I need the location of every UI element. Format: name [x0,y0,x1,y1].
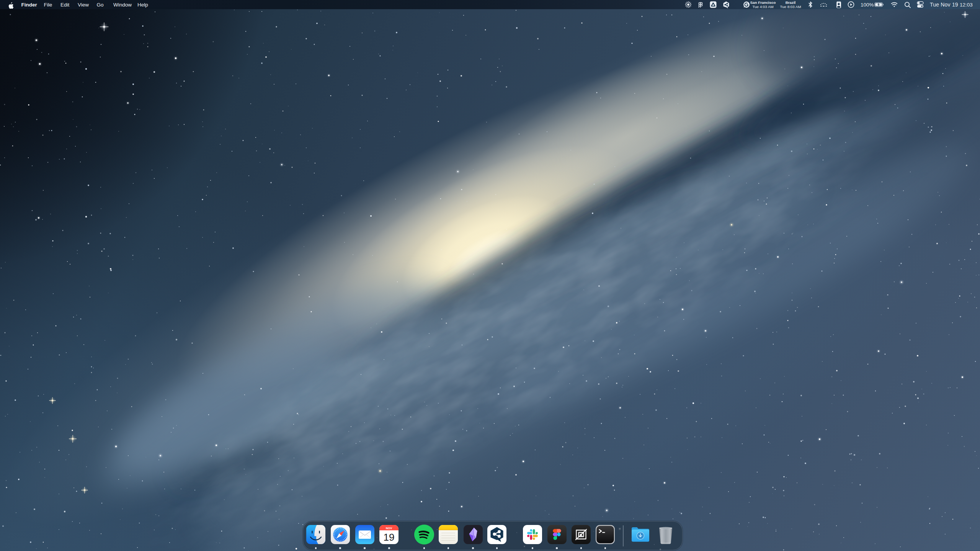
svg-text:19: 19 [384,531,395,543]
svg-text:NOV: NOV [386,526,392,530]
